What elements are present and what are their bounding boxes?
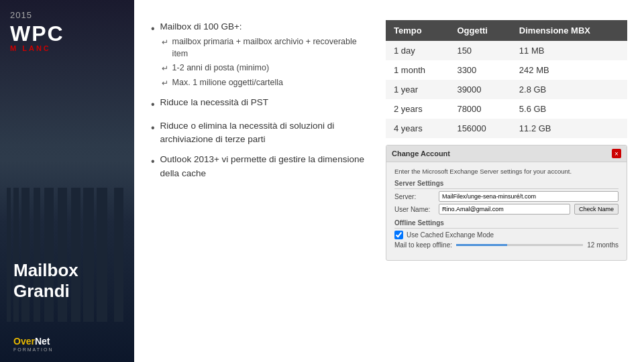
wpc-logo: WPC M LANC xyxy=(10,23,64,52)
dialog-close-button[interactable]: × xyxy=(612,149,621,158)
sub-bullets-1: ↵ mailbox primaria + mailbox archivio + … xyxy=(162,36,366,89)
mail-slider[interactable] xyxy=(456,244,583,246)
bullet-text-4: Outlook 2013+ vi permette di gestire la … xyxy=(160,153,366,180)
overnet-logo-text: OverNet xyxy=(13,335,53,347)
table-cell-0-0: 1 day xyxy=(386,41,449,60)
table-cell-0-1: 150 xyxy=(449,41,511,60)
sidebar-title-text: Mailbox Grandi xyxy=(13,260,78,302)
table-row: 4 years15600011.2 GB xyxy=(386,119,627,138)
dialog-offline-settings: Offline Settings Use Cached Exchange Mod… xyxy=(394,219,619,249)
table-row: 1 year390002.8 GB xyxy=(386,80,627,99)
checkbox-label: Use Cached Exchange Mode xyxy=(407,231,494,239)
bullet-item-1: • Mailbox di 100 GB+: ↵ mailbox primaria… xyxy=(151,20,366,89)
bullet-dot-4: • xyxy=(151,154,155,170)
bullet-text-1: Mailbox di 100 GB+: ↵ mailbox primaria +… xyxy=(160,20,366,89)
col-header-oggetti: Oggetti xyxy=(449,20,511,41)
username-input[interactable] xyxy=(439,204,570,215)
bullet-item-3: • Riduce o elimina la necessità di soluz… xyxy=(151,119,366,147)
server-input[interactable] xyxy=(439,191,619,202)
offline-settings-label: Offline Settings xyxy=(394,219,619,229)
sub-bullet-1-1: ↵ mailbox primaria + mailbox archivio + … xyxy=(162,36,366,60)
checkbox-row: Use Cached Exchange Mode xyxy=(394,231,619,239)
sub-bullet-icon-1-2: ↵ xyxy=(162,63,168,74)
sub-bullet-1-3: ↵ Max. 1 milione oggetti/cartella xyxy=(162,77,366,89)
sub-bullet-icon-1-1: ↵ xyxy=(162,37,168,48)
overnet-sub: FORMATION xyxy=(13,347,53,352)
city-silhouette xyxy=(0,188,134,322)
table-cell-1-1: 3300 xyxy=(449,60,511,80)
bullet-item-2: • Riduce la necessità di PST xyxy=(151,96,366,113)
sub-bullet-icon-1-3: ↵ xyxy=(162,78,168,89)
table-header-row: Tempo Oggetti Dimensione MBX xyxy=(386,20,627,41)
table-cell-3-1: 78000 xyxy=(449,99,511,119)
table-row: 1 day15011 MB xyxy=(386,41,627,60)
right-panel: Tempo Oggetti Dimensione MBX 1 day15011 … xyxy=(386,20,627,349)
server-settings-label: Server Settings xyxy=(394,180,619,189)
wpc-logo-main: WPC xyxy=(10,23,64,44)
dialog-server-settings: Server Settings Server: User Name: Check… xyxy=(394,180,619,215)
check-name-button[interactable]: Check Name xyxy=(574,204,619,215)
table-cell-3-0: 2 years xyxy=(386,99,449,119)
sidebar: 2015 WPC M LANC Mailbox Grandi OverNet F… xyxy=(0,0,134,362)
server-field-label: Server: xyxy=(394,193,435,200)
table-cell-4-1: 156000 xyxy=(449,119,511,138)
bullet-text-2: Riduce la necessità di PST xyxy=(160,96,366,109)
col-header-tempo: Tempo xyxy=(386,20,449,41)
table-cell-2-0: 1 year xyxy=(386,80,449,99)
overnet-over: Over xyxy=(13,336,35,347)
sidebar-top: 2015 WPC M LANC xyxy=(10,10,64,52)
slider-label: Mail to keep offline: xyxy=(394,241,452,249)
slider-fill xyxy=(456,244,507,246)
data-table: Tempo Oggetti Dimensione MBX 1 day15011 … xyxy=(386,20,627,138)
bullet-dot-1: • xyxy=(151,21,155,37)
slider-row: Mail to keep offline: 12 months xyxy=(394,241,619,249)
table-cell-2-2: 2.8 GB xyxy=(511,80,627,99)
dialog-titlebar: Change Account × xyxy=(386,145,627,162)
table-cell-3-2: 5.6 GB xyxy=(511,99,627,119)
table-row: 2 years780005.6 GB xyxy=(386,99,627,119)
sidebar-title: Mailbox Grandi xyxy=(13,260,78,302)
table-cell-0-2: 11 MB xyxy=(511,41,627,60)
overnet-net: Net xyxy=(35,336,50,347)
table-cell-1-0: 1 month xyxy=(386,60,449,80)
bullet-dot-3: • xyxy=(151,120,155,136)
dialog-title: Change Account xyxy=(392,149,450,158)
table-cell-2-1: 39000 xyxy=(449,80,511,99)
username-field-label: User Name: xyxy=(394,206,435,213)
dialog-box: Change Account × Enter the Microsoft Exc… xyxy=(386,145,627,261)
main-content: • Mailbox di 100 GB+: ↵ mailbox primaria… xyxy=(134,0,644,362)
table-cell-4-2: 11.2 GB xyxy=(511,119,627,138)
server-row: Server: xyxy=(394,191,619,202)
bullet-item-4: • Outlook 2013+ vi permette di gestire l… xyxy=(151,153,366,180)
sub-bullet-1-2: ↵ 1-2 anni di posta (minimo) xyxy=(162,62,366,74)
bullet-text-3: Riduce o elimina la necessità di soluzio… xyxy=(160,119,366,147)
dialog-intro: Enter the Microsoft Exchange Server sett… xyxy=(394,168,619,175)
cached-mode-checkbox[interactable] xyxy=(394,231,403,239)
content-area: • Mailbox di 100 GB+: ↵ mailbox primaria… xyxy=(151,20,627,349)
table-row: 1 month3300242 MB xyxy=(386,60,627,80)
table-cell-1-2: 242 MB xyxy=(511,60,627,80)
table-cell-4-0: 4 years xyxy=(386,119,449,138)
col-header-dimensione: Dimensione MBX xyxy=(511,20,627,41)
username-row: User Name: Check Name xyxy=(394,204,619,215)
slider-value: 12 months xyxy=(587,241,619,249)
overnet-logo: OverNet FORMATION xyxy=(13,335,53,352)
year-label: 2015 xyxy=(10,10,64,20)
bullet-list: • Mailbox di 100 GB+: ↵ mailbox primaria… xyxy=(151,20,366,349)
bullet-dot-2: • xyxy=(151,97,155,113)
